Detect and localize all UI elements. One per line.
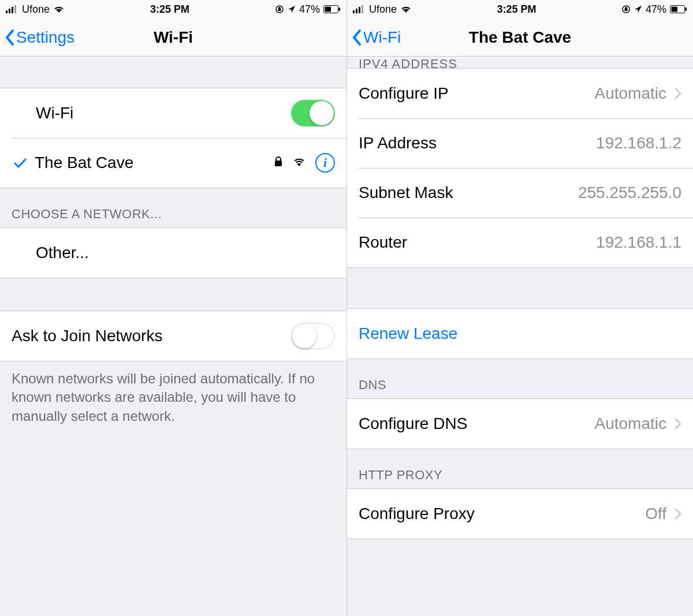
battery-icon — [670, 5, 687, 13]
svg-rect-7 — [338, 8, 340, 11]
back-button[interactable]: Settings — [5, 18, 74, 56]
nav-bar: Settings Wi-Fi — [0, 18, 346, 57]
status-time: 3:25 PM — [150, 3, 189, 16]
ask-to-join-footer: Known networks will be joined automatica… — [0, 361, 346, 434]
renew-lease-label: Renew Lease — [359, 324, 457, 343]
svg-rect-0 — [6, 10, 8, 13]
svg-rect-6 — [325, 7, 331, 12]
svg-rect-10 — [356, 9, 357, 13]
router-value: 192.168.1.1 — [596, 233, 681, 252]
svg-rect-12 — [362, 5, 363, 13]
carrier-label: Ufone — [369, 3, 397, 16]
svg-rect-15 — [671, 7, 677, 12]
router-label: Router — [359, 233, 407, 252]
battery-percent: 47% — [299, 3, 320, 16]
svg-rect-9 — [353, 10, 355, 13]
lock-icon — [274, 156, 283, 170]
page-title: Wi-Fi — [154, 28, 193, 47]
subnet-mask-label: Subnet Mask — [359, 184, 453, 202]
svg-rect-11 — [359, 7, 360, 13]
battery-icon — [323, 5, 341, 13]
subnet-mask-row: Subnet Mask 255.255.255.0 — [347, 168, 693, 218]
orientation-lock-icon — [621, 5, 631, 14]
status-bar: Ufone 3:25 PM 47% — [0, 0, 346, 18]
configure-dns-row[interactable]: Configure DNS Automatic — [347, 399, 693, 449]
other-network-row[interactable]: Other... — [0, 228, 346, 278]
svg-rect-8 — [275, 160, 282, 166]
back-label: Settings — [16, 28, 74, 47]
configure-ip-label: Configure IP — [359, 84, 449, 103]
connected-network-name: The Bat Cave — [35, 154, 133, 172]
page-title: The Bat Cave — [469, 28, 571, 47]
connected-network-row[interactable]: The Bat Cave i — [0, 138, 346, 188]
wifi-strength-icon — [292, 156, 306, 169]
wifi-icon — [53, 5, 65, 13]
chevron-right-icon — [675, 418, 681, 430]
ask-to-join-toggle[interactable] — [291, 323, 335, 349]
ask-to-join-row[interactable]: Ask to Join Networks — [0, 311, 346, 361]
battery-percent: 47% — [646, 3, 666, 16]
renew-lease-row[interactable]: Renew Lease — [347, 309, 693, 359]
configure-proxy-label: Configure Proxy — [359, 505, 475, 523]
back-button[interactable]: Wi-Fi — [352, 18, 401, 56]
signal-bars-icon — [6, 5, 18, 13]
status-time: 3:25 PM — [497, 3, 536, 16]
nav-bar: Wi-Fi The Bat Cave — [347, 18, 693, 57]
ask-to-join-label: Ask to Join Networks — [12, 327, 162, 345]
wifi-toggle[interactable] — [291, 100, 335, 126]
configure-dns-label: Configure DNS — [359, 415, 467, 433]
carrier-label: Ufone — [22, 3, 50, 16]
configure-dns-value: Automatic — [595, 415, 667, 433]
ip-address-value: 192.168.1.2 — [596, 134, 681, 152]
dns-header: DNS — [347, 359, 693, 398]
other-network-label: Other... — [36, 244, 89, 262]
configure-proxy-row[interactable]: Configure Proxy Off — [347, 489, 693, 539]
device-network-details: Ufone 3:25 PM 47% — [346, 0, 693, 616]
configure-proxy-value: Off — [645, 505, 666, 523]
configure-ip-row[interactable]: Configure IP Automatic — [347, 69, 693, 118]
wifi-toggle-row[interactable]: Wi-Fi — [0, 88, 346, 138]
location-arrow-icon — [634, 5, 642, 13]
svg-rect-3 — [14, 5, 16, 13]
orientation-lock-icon — [275, 5, 284, 14]
choose-network-header: CHOOSE A NETWORK... — [0, 188, 346, 227]
svg-rect-16 — [685, 8, 687, 11]
back-label: Wi-Fi — [363, 28, 401, 47]
chevron-right-icon — [675, 508, 681, 520]
device-wifi-settings: Ufone 3:25 PM 47% — [0, 0, 346, 616]
chevron-right-icon — [675, 88, 681, 99]
router-row: Router 192.168.1.1 — [347, 218, 693, 267]
checkmark-icon — [12, 157, 29, 169]
http-proxy-header: HTTP PROXY — [347, 449, 693, 488]
subnet-mask-value: 255.255.255.0 — [578, 184, 681, 202]
configure-ip-value: Automatic — [595, 84, 667, 103]
svg-rect-1 — [9, 9, 10, 13]
status-bar: Ufone 3:25 PM 47% — [347, 0, 693, 18]
ipv4-address-header: IPV4 ADDRESS — [347, 57, 693, 68]
ip-address-label: IP Address — [359, 134, 437, 152]
wifi-icon — [400, 5, 412, 13]
wifi-toggle-label: Wi-Fi — [36, 104, 73, 122]
svg-rect-2 — [12, 7, 13, 13]
signal-bars-icon — [353, 5, 366, 13]
location-arrow-icon — [288, 5, 296, 13]
info-icon[interactable]: i — [315, 153, 335, 173]
ip-address-row: IP Address 192.168.1.2 — [347, 118, 693, 168]
